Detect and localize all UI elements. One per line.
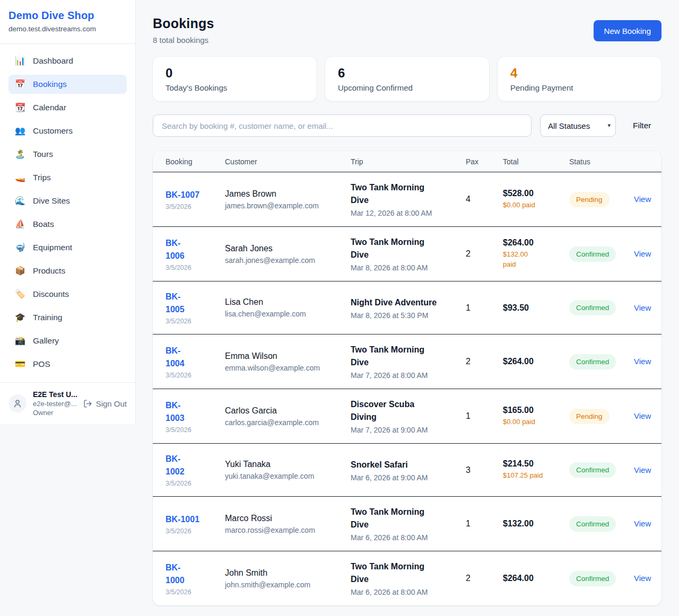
bookings-table: BookingCustomerTripPaxTotalStatus BK-100… bbox=[153, 151, 661, 605]
trip-name: Discover Scuba Diving bbox=[351, 398, 458, 424]
user-name: E2E Test U... bbox=[33, 390, 77, 399]
sidebar-item-bookings[interactable]: 📅 Bookings bbox=[8, 75, 127, 94]
view-link[interactable]: View bbox=[634, 357, 651, 366]
trip-name: Night Dive Adventure bbox=[351, 296, 458, 309]
booking-id-link[interactable]: BK-1007 bbox=[166, 190, 199, 199]
sidebar-item-training[interactable]: 🎓 Training bbox=[8, 308, 127, 327]
trips-icon: 🚤 bbox=[15, 173, 25, 182]
sidebar-item-boats[interactable]: ⛵ Boats bbox=[8, 215, 127, 234]
booking-id-link[interactable]: BK- 1003 bbox=[166, 401, 185, 423]
training-icon: 🎓 bbox=[15, 313, 25, 322]
booking-date: 3/5/2026 bbox=[166, 264, 217, 271]
sidebar-item-equipment[interactable]: 🤿 Equipment bbox=[8, 238, 127, 257]
column-header: Customer bbox=[225, 157, 351, 166]
brand-name[interactable]: Demo Dive Shop bbox=[8, 10, 127, 22]
products-icon: 📦 bbox=[15, 267, 25, 275]
user-icon bbox=[13, 399, 22, 408]
main-content: Bookings 8 total bookings New Booking 0 … bbox=[136, 0, 679, 616]
booking-id-link[interactable]: BK- 1000 bbox=[166, 563, 185, 585]
sidebar-item-discounts[interactable]: 🏷️ Discounts bbox=[8, 285, 127, 304]
view-link[interactable]: View bbox=[634, 249, 651, 258]
sign-out-label: Sign Out bbox=[96, 399, 127, 408]
sidebar-item-pos[interactable]: 💳 POS bbox=[8, 355, 127, 374]
dashboard-icon: 📊 bbox=[15, 57, 25, 65]
view-link[interactable]: View bbox=[634, 519, 651, 528]
total-amount: $93.50 bbox=[503, 303, 562, 313]
stat-card: 0 Today's Bookings bbox=[153, 57, 317, 101]
stat-value: 4 bbox=[510, 66, 649, 81]
view-link[interactable]: View bbox=[634, 195, 651, 204]
booking-date: 3/5/2026 bbox=[166, 426, 217, 434]
trip-name: Two Tank Morning Dive bbox=[351, 344, 458, 369]
user-role: Owner bbox=[33, 409, 77, 417]
booking-id-link[interactable]: BK- 1004 bbox=[166, 346, 185, 368]
trip-datetime: Mar 6, 2026 at 9:00 AM bbox=[351, 473, 458, 482]
sidebar-item-products[interactable]: 📦 Products bbox=[8, 261, 127, 280]
table-row: BK- 1003 3/5/2026 Carlos Garcia carlos.g… bbox=[153, 389, 661, 444]
total-amount: $214.50 bbox=[503, 459, 562, 469]
trip-datetime: Mar 7, 2026 at 9:00 AM bbox=[351, 426, 458, 434]
trip-datetime: Mar 8, 2026 at 8:00 AM bbox=[351, 263, 458, 272]
column-header: Pax bbox=[466, 157, 503, 166]
booking-date: 3/5/2026 bbox=[166, 203, 217, 210]
total-amount: $165.00 bbox=[503, 406, 562, 415]
column-header: Total bbox=[503, 157, 569, 166]
sidebar-item-trips[interactable]: 🚤 Trips bbox=[8, 168, 127, 187]
booking-id-link[interactable]: BK-1001 bbox=[166, 515, 199, 524]
status-filter-select[interactable]: All Statuses bbox=[540, 115, 616, 137]
view-link[interactable]: View bbox=[634, 303, 651, 312]
pax-count: 2 bbox=[466, 357, 503, 366]
table-row: BK- 1005 3/5/2026 Lisa Chen lisa.chen@ex… bbox=[153, 281, 661, 335]
amount-paid: $132.00 paid bbox=[503, 250, 562, 270]
total-amount: $264.00 bbox=[503, 574, 562, 583]
total-amount: $264.00 bbox=[503, 238, 562, 248]
column-header: Trip bbox=[351, 157, 466, 166]
page-subtitle: 8 total bookings bbox=[153, 36, 214, 45]
sidebar-item-label: Products bbox=[33, 266, 65, 276]
table-row: BK- 1004 3/5/2026 Emma Wilson emma.wilso… bbox=[153, 335, 661, 389]
total-amount: $132.00 bbox=[503, 519, 562, 529]
view-link[interactable]: View bbox=[634, 574, 651, 583]
trip-datetime: Mar 7, 2026 at 8:00 AM bbox=[351, 371, 458, 380]
booking-date: 3/5/2026 bbox=[166, 480, 217, 487]
table-row: BK-1001 3/5/2026 Marco Rossi marco.rossi… bbox=[153, 497, 661, 551]
sign-out-button[interactable]: Sign Out bbox=[83, 399, 127, 408]
customer-email: carlos.garcia@example.com bbox=[225, 418, 343, 427]
page-header: Bookings 8 total bookings New Booking bbox=[153, 16, 661, 45]
table-body: BK-1007 3/5/2026 James Brown james.brown… bbox=[153, 172, 661, 605]
status-badge: Confirmed bbox=[569, 516, 616, 532]
sidebar-item-customers[interactable]: 👥 Customers bbox=[8, 121, 127, 140]
customer-name: Sarah Jones bbox=[225, 244, 343, 253]
booking-id-link[interactable]: BK- 1006 bbox=[166, 239, 185, 260]
equipment-icon: 🤿 bbox=[15, 243, 25, 252]
booking-id-link[interactable]: BK- 1002 bbox=[166, 454, 185, 476]
booking-id-link[interactable]: BK- 1005 bbox=[166, 292, 185, 314]
sidebar-item-gallery[interactable]: 📸 Gallery bbox=[8, 331, 127, 350]
amount-paid: $0.00 paid bbox=[503, 417, 562, 427]
status-badge: Confirmed bbox=[569, 247, 616, 262]
filter-button[interactable]: Filter bbox=[633, 121, 651, 130]
new-booking-button[interactable]: New Booking bbox=[594, 20, 661, 41]
pax-count: 4 bbox=[466, 195, 503, 204]
sidebar-item-calendar[interactable]: 📆 Calendar bbox=[8, 98, 127, 117]
logout-icon bbox=[83, 399, 92, 408]
table-row: BK- 1000 3/5/2026 John Smith john.smith@… bbox=[153, 551, 661, 605]
trip-name: Two Tank Morning Dive bbox=[351, 181, 458, 207]
pax-count: 1 bbox=[466, 411, 503, 421]
avatar bbox=[8, 394, 27, 412]
amount-paid: $107.25 paid bbox=[503, 471, 562, 481]
search-input[interactable] bbox=[153, 115, 532, 137]
view-link[interactable]: View bbox=[634, 411, 651, 420]
customer-email: emma.wilson@example.com bbox=[225, 364, 343, 372]
sidebar-item-dashboard[interactable]: 📊 Dashboard bbox=[8, 51, 127, 71]
pax-count: 2 bbox=[466, 249, 503, 259]
view-link[interactable]: View bbox=[634, 465, 651, 474]
total-amount: $528.00 bbox=[503, 189, 562, 198]
sidebar-item-dive-sites[interactable]: 🌊 Dive Sites bbox=[8, 191, 127, 210]
sidebar-item-label: Trips bbox=[33, 173, 51, 182]
sidebar-item-tours[interactable]: 🏝️ Tours bbox=[8, 145, 127, 164]
status-badge: Confirmed bbox=[569, 462, 616, 478]
trip-name: Two Tank Morning Dive bbox=[351, 236, 458, 261]
table-row: BK-1007 3/5/2026 James Brown james.brown… bbox=[153, 172, 661, 227]
boats-icon: ⛵ bbox=[15, 220, 25, 228]
